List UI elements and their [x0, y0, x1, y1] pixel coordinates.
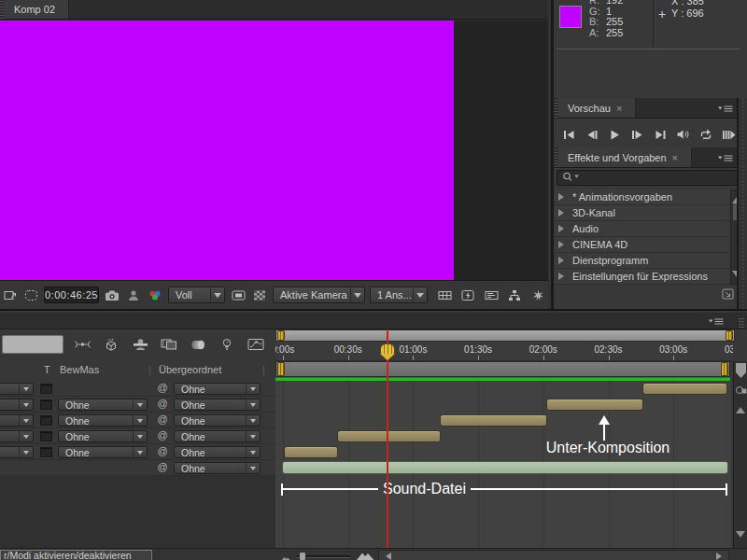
layer-bar-video[interactable] [642, 383, 727, 395]
scroll-left-icon[interactable] [382, 553, 391, 560]
last-frame-button[interactable] [650, 125, 671, 144]
layer-bar-video[interactable] [440, 414, 547, 427]
channels-icon[interactable] [147, 287, 163, 303]
exposure-icon[interactable] [459, 287, 476, 303]
scroll-up-icon[interactable] [736, 402, 745, 413]
layer-bar-video[interactable] [284, 446, 338, 458]
expand-triangle-icon[interactable] [558, 193, 568, 201]
pickwhip-icon[interactable]: @ [156, 382, 169, 393]
effects-search-input[interactable] [557, 170, 740, 186]
effects-list-item[interactable]: Einstellungen für Expressions [554, 269, 730, 285]
column-header-t[interactable]: T [44, 364, 50, 375]
trackmatte-dropdown[interactable]: Ohne [58, 414, 148, 427]
expand-triangle-icon[interactable] [558, 209, 568, 217]
resolution-dropdown[interactable]: Voll [168, 287, 225, 303]
roi-icon[interactable] [22, 287, 39, 303]
panel-grip[interactable] [739, 316, 744, 328]
pickwhip-icon[interactable]: @ [156, 429, 169, 441]
column-header-bewmas[interactable]: BewMas [60, 364, 99, 375]
pickwhip-icon[interactable]: @ [156, 398, 169, 409]
layer-bar-audio[interactable] [282, 461, 728, 474]
pickwhip-icon[interactable]: @ [156, 413, 169, 425]
timeline-search-input[interactable] [2, 335, 63, 354]
zoom-in-icon[interactable] [356, 551, 375, 560]
time-navigator-bar[interactable] [275, 329, 735, 342]
mode-dropdown[interactable] [0, 383, 34, 395]
view-options-icon[interactable] [2, 287, 19, 303]
effects-list-item[interactable]: * Animationsvorgaben [554, 189, 730, 205]
zoom-slider-handle[interactable] [299, 552, 306, 560]
close-icon[interactable]: × [672, 152, 678, 163]
graph-editor-icon[interactable] [247, 336, 265, 353]
effects-list-item[interactable]: Dienstprogramm [554, 253, 730, 269]
timeline-vertical-scrollbar[interactable] [733, 361, 747, 548]
layer-bar-video[interactable] [337, 430, 441, 442]
panel-menu-icon[interactable] [708, 316, 725, 327]
parent-dropdown[interactable]: Ohne [174, 462, 261, 474]
parent-dropdown[interactable]: Ohne [174, 399, 261, 411]
trackmatte-dropdown[interactable]: Ohne [58, 399, 148, 411]
t-checkbox[interactable] [40, 384, 52, 394]
expand-triangle-icon[interactable] [558, 225, 568, 232]
parent-dropdown[interactable]: Ohne [174, 414, 261, 427]
parent-dropdown[interactable]: Ohne [174, 446, 261, 458]
grid-guides-icon[interactable] [436, 287, 453, 303]
next-frame-button[interactable] [627, 125, 649, 144]
t-checkbox[interactable] [40, 431, 52, 441]
time-ruler[interactable]: 0:00s00:30s01:00s01:30s02:00s02:30s03:00… [275, 342, 733, 361]
flowchart-icon[interactable] [506, 287, 523, 303]
expand-triangle-icon[interactable] [558, 257, 568, 264]
trackmatte-dropdown[interactable]: Ohne [58, 430, 148, 442]
audio-button[interactable] [673, 125, 695, 144]
tab-effekte-und-vorgaben[interactable]: Effekte und Vorgaben × [558, 147, 692, 167]
t-checkbox[interactable] [40, 447, 52, 457]
motion-blur-icon[interactable] [189, 336, 207, 353]
target-region-icon[interactable] [230, 287, 247, 303]
panel-menu-icon[interactable] [717, 153, 734, 163]
mode-dropdown[interactable] [0, 399, 34, 411]
mode-dropdown[interactable] [0, 414, 34, 427]
layer-bar-video[interactable] [546, 399, 643, 411]
pickwhip-icon[interactable]: @ [156, 445, 169, 456]
layer-track-area[interactable]: Unter-Komposition Sound-Datei [275, 381, 731, 548]
close-icon[interactable]: × [616, 103, 622, 114]
t-checkbox[interactable] [40, 399, 52, 410]
scroll-down-icon[interactable] [736, 531, 745, 542]
draft-3d-icon[interactable] [102, 336, 120, 353]
zoom-out-icon[interactable] [280, 553, 292, 560]
view-layout-dropdown[interactable]: 1 Ans... [370, 287, 428, 303]
scrollbar-thumb[interactable] [736, 363, 746, 378]
trackmatte-dropdown[interactable]: Ohne [58, 446, 148, 458]
current-time-display[interactable]: 0:00:46:25 [44, 287, 99, 303]
transparency-grid-icon[interactable] [251, 287, 268, 303]
timeline-horizontal-scrollbar[interactable] [378, 550, 729, 560]
pixel-aspect-icon[interactable] [529, 287, 546, 303]
tab-vorschau[interactable]: Vorschau × [558, 98, 636, 118]
brainstorm-icon[interactable] [218, 336, 236, 353]
comp-button-icon[interactable] [735, 385, 747, 398]
column-header-uebergeordnet[interactable]: Übergeordnet [159, 364, 221, 375]
parent-dropdown[interactable]: Ohne [174, 430, 261, 442]
navigator-start-handle[interactable] [277, 330, 285, 341]
pickwhip-icon[interactable]: @ [156, 461, 169, 472]
play-button[interactable] [604, 125, 626, 144]
parent-dropdown[interactable]: Ohne [174, 383, 261, 395]
mini-flowchart-icon[interactable] [73, 336, 92, 353]
scroll-right-icon[interactable] [716, 553, 726, 560]
snapshot-icon[interactable] [104, 287, 120, 303]
mini-timeline-icon[interactable] [483, 287, 500, 303]
loop-button[interactable] [696, 125, 717, 144]
effects-list-item[interactable]: Audio [554, 221, 730, 237]
t-checkbox[interactable] [40, 415, 52, 426]
first-frame-button[interactable] [558, 125, 580, 144]
navigator-end-handle[interactable] [726, 330, 733, 341]
mode-dropdown[interactable] [0, 446, 34, 458]
frame-blend-icon[interactable] [160, 336, 178, 353]
effects-list-item[interactable]: CINEMA 4D [554, 237, 730, 253]
tab-komp-02[interactable]: Komp 02 [5, 0, 69, 19]
work-area-bar[interactable] [275, 361, 730, 377]
work-area-start-handle[interactable] [277, 362, 285, 376]
work-area-end-handle[interactable] [721, 362, 728, 376]
effects-list-item[interactable]: 3D-Kanal [554, 205, 730, 221]
shy-icon[interactable] [131, 336, 149, 353]
